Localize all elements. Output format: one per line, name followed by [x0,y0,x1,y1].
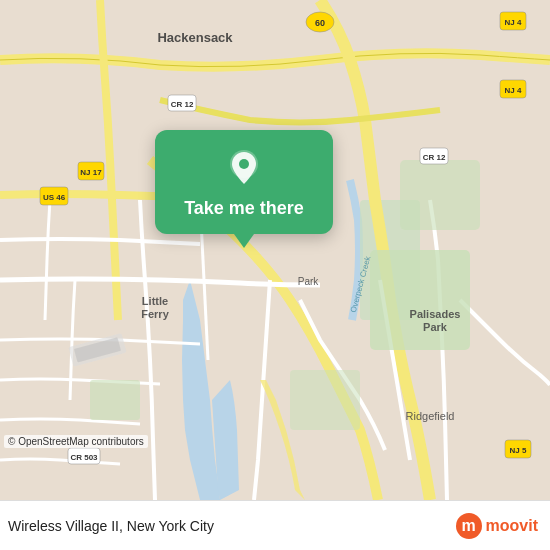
svg-point-35 [239,159,249,169]
svg-rect-5 [290,370,360,430]
map-attribution: © OpenStreetMap contributors [4,435,148,448]
location-label: Wireless Village II, New York City [8,518,214,534]
svg-text:NJ 4: NJ 4 [505,18,522,27]
svg-text:60: 60 [315,18,325,28]
svg-text:Park: Park [423,321,448,333]
svg-text:CR 12: CR 12 [171,100,194,109]
svg-text:CR 503: CR 503 [70,453,98,462]
svg-rect-3 [400,160,480,230]
svg-text:US 46: US 46 [43,193,66,202]
svg-rect-2 [370,250,470,350]
take-me-there-button[interactable]: Take me there [184,198,304,220]
svg-text:Ridgefield: Ridgefield [406,410,455,422]
svg-text:Hackensack: Hackensack [157,30,233,45]
location-popup: Take me there [155,130,333,234]
svg-text:NJ 4: NJ 4 [505,86,522,95]
moovit-logo: m moovit [456,513,538,539]
svg-text:Park: Park [298,276,320,287]
svg-text:Palisades: Palisades [410,308,461,320]
svg-rect-0 [0,0,550,500]
svg-text:Little: Little [142,295,168,307]
svg-text:CR 12: CR 12 [423,153,446,162]
svg-text:Ferry: Ferry [141,308,169,320]
moovit-icon: m [456,513,482,539]
bottom-bar: Wireless Village II, New York City m moo… [0,500,550,550]
location-pin-icon [224,148,264,188]
svg-rect-4 [90,380,140,420]
map-view[interactable]: NJ 17 US 46 60 NJ 4 NJ 4 CR 12 CR 12 CR … [0,0,550,500]
moovit-text: moovit [486,517,538,535]
svg-text:NJ 17: NJ 17 [80,168,102,177]
svg-text:NJ 5: NJ 5 [510,446,527,455]
